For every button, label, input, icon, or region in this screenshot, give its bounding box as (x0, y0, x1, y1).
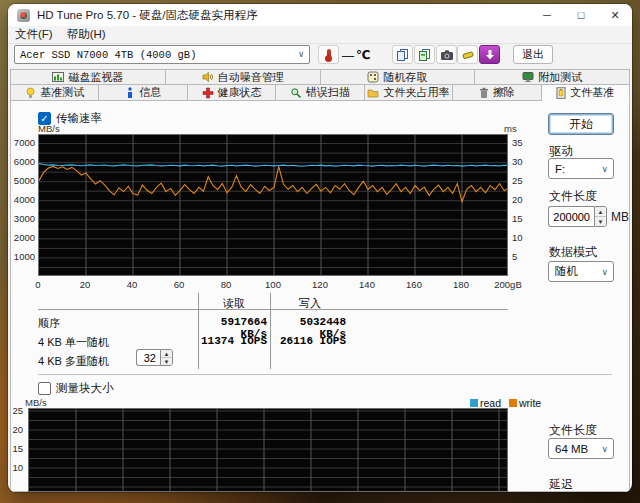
row-sequential-label: 顺序 (38, 316, 60, 331)
file-length-stepper[interactable]: 200000 ▲▼ (548, 206, 607, 227)
title-bar: HD Tune Pro 5.70 - 硬盘/固态硬盘实用程序 ─ □ ✕ (8, 4, 632, 26)
table-column-line (270, 293, 271, 369)
disk-monitor-icon (52, 71, 64, 83)
file-length2-label: 文件长度 (549, 422, 597, 439)
start-button[interactable]: 开始 (548, 113, 614, 135)
stepper-up-icon[interactable]: ▲ (595, 207, 606, 217)
copy-image-button[interactable] (414, 45, 435, 64)
lamp-icon (25, 87, 36, 99)
tab-random-access[interactable]: 随机存取 (321, 69, 476, 85)
row-4k-multi-label: 4 KB 多重随机 (38, 354, 109, 369)
screenshot-button[interactable] (436, 45, 457, 64)
download-arrow-icon (484, 49, 496, 61)
minimize-button[interactable]: ─ (530, 4, 564, 26)
menu-bar: 文件(F) 帮助(H) (8, 26, 632, 44)
menu-help[interactable]: 帮助(H) (60, 26, 113, 43)
highlighter-icon (461, 48, 475, 62)
temperature-value: — (342, 49, 354, 63)
copy-icon (396, 48, 410, 62)
chevron-down-icon: ∨ (299, 49, 309, 60)
stepper-down-icon[interactable]: ▼ (161, 358, 172, 365)
file-benchmark-icon (556, 87, 566, 99)
chevron-down-icon: ∨ (601, 267, 613, 277)
data-mode-label: 数据模式 (549, 244, 597, 261)
tab-disk-monitor[interactable]: 磁盘监视器 (10, 69, 166, 85)
desktop: { "window": { "title": "HD Tune Pro 5.70… (0, 0, 640, 503)
table-divider (38, 309, 508, 310)
tab-info[interactable]: 信息 (99, 85, 187, 101)
speaker-icon (202, 71, 214, 83)
folder-icon (367, 87, 379, 99)
temperature-unit: ℃ (356, 48, 371, 62)
update-download-button[interactable] (479, 45, 500, 64)
tab-extra-tests[interactable]: 附加测试 (475, 69, 630, 85)
toolbar: Acer SSD N7000 4TB (4000 gB) ∨ — ℃ (8, 44, 632, 69)
dice-icon (367, 71, 379, 83)
block-size-chart (28, 408, 508, 492)
latency-label: 延迟 (549, 476, 573, 492)
stepper-down-icon[interactable]: ▼ (595, 217, 606, 226)
file-length-unit: MB (611, 210, 629, 224)
checkbox-icon (38, 382, 51, 395)
menu-file[interactable]: 文件(F) (8, 26, 60, 43)
copy-color-icon (418, 48, 432, 62)
write-legend-swatch (509, 399, 517, 407)
row-4k-single-read: 11374 IOPS (198, 335, 267, 347)
tab-error-scan[interactable]: 错误扫描 (276, 85, 364, 101)
drive-select[interactable]: Acer SSD N7000 4TB (4000 gB) ∨ (14, 45, 310, 64)
queue-depth-stepper[interactable]: 32 ▲▼ (136, 349, 173, 370)
copy-text-button[interactable] (392, 45, 413, 64)
thermometer-icon (327, 49, 331, 61)
chevron-down-icon: ∨ (601, 444, 613, 454)
magnifier-icon (290, 87, 302, 99)
app-icon (17, 9, 30, 22)
row-4k-single-label: 4 KB 单一随机 (38, 335, 109, 350)
data-mode-dropdown[interactable]: 随机 ∨ (548, 261, 614, 282)
exit-button[interactable]: 退出 (513, 45, 553, 64)
app-window: HD Tune Pro 5.70 - 硬盘/固态硬盘实用程序 ─ □ ✕ 文件(… (8, 4, 632, 492)
stepper-up-icon[interactable]: ▲ (161, 350, 172, 358)
file-length-label: 文件长度 (549, 188, 597, 205)
camera-icon (440, 48, 454, 62)
temperature-button[interactable] (318, 45, 339, 64)
section-divider (38, 374, 612, 375)
annotate-button[interactable] (457, 45, 478, 64)
tab-file-benchmark[interactable]: 文件基准 (542, 85, 630, 101)
monitor-icon (522, 71, 534, 83)
tab-erase[interactable]: 擦除 (453, 85, 541, 101)
drive-dropdown[interactable]: F: ∨ (548, 158, 614, 179)
tab-benchmark[interactable]: 基准测试 (10, 85, 99, 101)
chevron-down-icon: ∨ (601, 164, 613, 174)
y-axis-unit: MB/s (25, 397, 47, 408)
info-icon (125, 87, 135, 99)
read-legend-swatch (470, 399, 478, 407)
health-cross-icon (202, 87, 214, 99)
row-4k-single-write: 26116 IOPS (274, 335, 346, 347)
tab-folder-usage[interactable]: 文件夹占用率 (365, 85, 453, 101)
trash-icon (479, 87, 489, 99)
tab-strip: 磁盘监视器 自动噪音管理 随机存取 附加测试 基准测试 信息 (10, 69, 630, 101)
y2-axis-unit: ms (504, 123, 517, 134)
window-title: HD Tune Pro 5.70 - 硬盘/固态硬盘实用程序 (37, 8, 257, 23)
y-axis-unit: MB/s (38, 123, 60, 134)
maximize-button[interactable]: □ (564, 4, 598, 26)
transfer-rate-chart (38, 134, 508, 276)
file-length2-dropdown[interactable]: 64 MB ∨ (548, 438, 614, 459)
tab-noise-management[interactable]: 自动噪音管理 (166, 69, 321, 85)
close-button[interactable]: ✕ (598, 4, 632, 26)
tab-health[interactable]: 健康状态 (188, 85, 276, 101)
block-size-checkbox[interactable]: 测量块大小 (38, 381, 114, 396)
